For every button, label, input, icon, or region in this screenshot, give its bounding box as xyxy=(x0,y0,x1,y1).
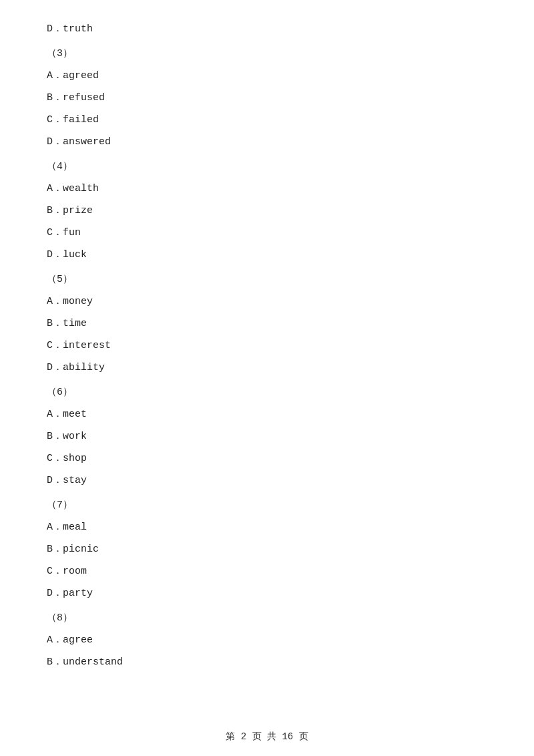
item-a-meet: A．meet xyxy=(47,405,487,423)
item-d-truth: D．truth xyxy=(47,20,487,38)
item-d-stay: D．stay xyxy=(47,471,487,490)
question-8: （8） xyxy=(47,609,487,627)
item-d-answered: D．answered xyxy=(47,133,487,151)
item-b-work: B．work xyxy=(47,427,487,445)
item-d-ability: D．ability xyxy=(47,359,487,377)
item-c-fun: C．fun xyxy=(47,224,487,242)
page-footer: 第 2 页 共 16 页 xyxy=(0,731,534,743)
item-d-luck: D．luck xyxy=(47,246,487,264)
item-c-failed: C．failed xyxy=(47,111,487,129)
item-a-agreed: A．agreed xyxy=(47,67,487,85)
question-5: （5） xyxy=(47,270,487,289)
item-b-understand: B．understand xyxy=(47,653,487,671)
item-a-agree: A．agree xyxy=(47,631,487,649)
main-content: D．truth （3） A．agreed B．refused C．failed … xyxy=(0,0,534,715)
item-a-money: A．money xyxy=(47,293,487,311)
item-b-picnic: B．picnic xyxy=(47,540,487,558)
item-c-room: C．room xyxy=(47,562,487,580)
item-c-interest: C．interest xyxy=(47,337,487,355)
item-b-prize: B．prize xyxy=(47,202,487,220)
item-b-time: B．time xyxy=(47,315,487,333)
item-a-meal: A．meal xyxy=(47,518,487,536)
item-d-party: D．party xyxy=(47,584,487,602)
item-c-shop: C．shop xyxy=(47,449,487,467)
question-6: （6） xyxy=(47,383,487,401)
question-7: （7） xyxy=(47,496,487,514)
item-a-wealth: A．wealth xyxy=(47,180,487,198)
question-3: （3） xyxy=(47,45,487,63)
question-4: （4） xyxy=(47,158,487,176)
item-b-refused: B．refused xyxy=(47,89,487,107)
